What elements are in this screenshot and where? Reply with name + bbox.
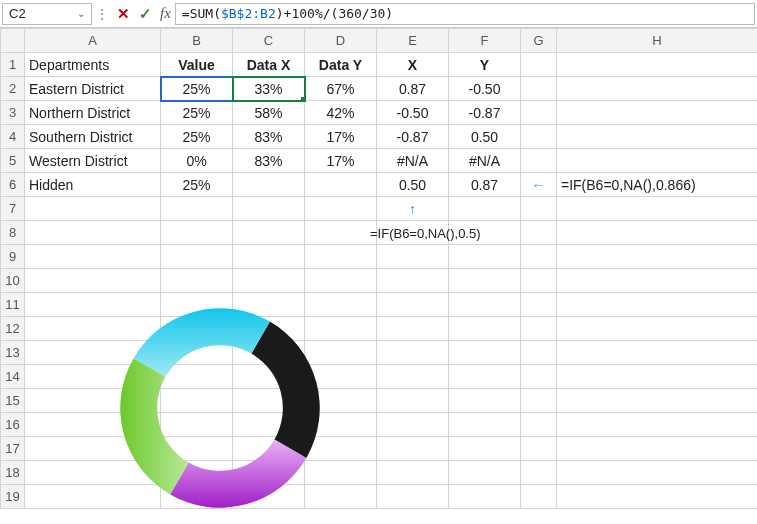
cell[interactable] (25, 245, 161, 269)
cell[interactable] (521, 149, 557, 173)
cell[interactable]: X (377, 53, 449, 77)
cell[interactable] (377, 485, 449, 509)
cell[interactable] (305, 197, 377, 221)
cell[interactable]: 58% (233, 101, 305, 125)
cell[interactable] (557, 485, 758, 509)
col-header-D[interactable]: D (305, 29, 377, 53)
cell[interactable] (521, 269, 557, 293)
cell[interactable]: 17% (305, 149, 377, 173)
cell[interactable] (161, 245, 233, 269)
cell[interactable]: -0.87 (449, 101, 521, 125)
cell[interactable] (377, 413, 449, 437)
cancel-formula-button[interactable]: ✕ (112, 5, 134, 23)
row-header[interactable]: 12 (1, 317, 25, 341)
cell[interactable] (233, 221, 305, 245)
cell[interactable] (557, 341, 758, 365)
cell[interactable] (449, 245, 521, 269)
row-header[interactable]: 6 (1, 173, 25, 197)
cell[interactable] (521, 413, 557, 437)
cell[interactable] (377, 221, 449, 245)
cell[interactable]: Eastern District (25, 77, 161, 101)
cell-referenced[interactable]: 25% (161, 77, 233, 101)
cell[interactable] (449, 437, 521, 461)
cell[interactable] (521, 461, 557, 485)
cell[interactable] (25, 197, 161, 221)
cell[interactable]: Value (161, 53, 233, 77)
cell[interactable]: Western District (25, 149, 161, 173)
cell[interactable] (449, 317, 521, 341)
cell[interactable] (449, 197, 521, 221)
cell[interactable] (521, 101, 557, 125)
cell[interactable] (521, 341, 557, 365)
cell[interactable]: 0.50 (449, 125, 521, 149)
cell[interactable]: Northern District (25, 101, 161, 125)
cell[interactable] (557, 317, 758, 341)
cell[interactable]: #N/A (377, 149, 449, 173)
cell[interactable]: -0.50 (449, 77, 521, 101)
cell[interactable] (557, 221, 758, 245)
row-header[interactable]: 11 (1, 293, 25, 317)
cell[interactable] (233, 197, 305, 221)
cell[interactable]: 83% (233, 149, 305, 173)
cell[interactable] (161, 269, 233, 293)
cell[interactable] (557, 53, 758, 77)
row-header[interactable]: 15 (1, 389, 25, 413)
fx-icon[interactable]: fx (156, 5, 175, 22)
cell[interactable] (449, 485, 521, 509)
cell[interactable] (377, 389, 449, 413)
cell[interactable] (557, 437, 758, 461)
row-header[interactable]: 13 (1, 341, 25, 365)
cell[interactable] (521, 293, 557, 317)
cell[interactable] (521, 197, 557, 221)
cell[interactable] (449, 389, 521, 413)
cell[interactable]: #N/A (449, 149, 521, 173)
cell[interactable] (521, 485, 557, 509)
fill-handle[interactable] (301, 97, 305, 101)
cell[interactable]: Data X (233, 53, 305, 77)
cell[interactable] (233, 269, 305, 293)
cell[interactable] (521, 365, 557, 389)
cell[interactable] (377, 365, 449, 389)
col-header-E[interactable]: E (377, 29, 449, 53)
col-header-H[interactable]: H (557, 29, 758, 53)
cell[interactable] (377, 461, 449, 485)
cell[interactable] (233, 245, 305, 269)
cell[interactable] (557, 413, 758, 437)
spreadsheet-grid[interactable]: A B C D E F G H 1 Departments Value Data… (0, 28, 757, 509)
cell[interactable]: 25% (161, 101, 233, 125)
donut-segment[interactable] (134, 308, 270, 376)
cell[interactable] (521, 437, 557, 461)
cell[interactable]: 0.50 (377, 173, 449, 197)
cell[interactable] (161, 221, 233, 245)
row-header[interactable]: 14 (1, 365, 25, 389)
cell[interactable]: 42% (305, 101, 377, 125)
cell[interactable] (521, 221, 557, 245)
formula-input[interactable]: =SUM($B$2:B2)+100%/(360/30) (175, 3, 755, 25)
name-box[interactable]: C2 ⌄ (2, 3, 92, 25)
cell[interactable] (305, 221, 377, 245)
cell[interactable] (521, 77, 557, 101)
row-header[interactable]: 5 (1, 149, 25, 173)
select-all-corner[interactable] (1, 29, 25, 53)
row-header[interactable]: 4 (1, 125, 25, 149)
cell[interactable]: =IF(B6=0,NA(),0.866) (557, 173, 758, 197)
cell[interactable] (521, 125, 557, 149)
cell[interactable]: 25% (161, 125, 233, 149)
row-header[interactable]: 2 (1, 77, 25, 101)
cell[interactable] (557, 77, 758, 101)
cell[interactable] (557, 461, 758, 485)
cell[interactable] (521, 389, 557, 413)
cell[interactable] (449, 413, 521, 437)
cell[interactable]: -0.50 (377, 101, 449, 125)
cell[interactable] (557, 365, 758, 389)
row-header[interactable]: 8 (1, 221, 25, 245)
cell[interactable]: Southern District (25, 125, 161, 149)
cell[interactable] (557, 293, 758, 317)
row-header[interactable]: 9 (1, 245, 25, 269)
row-header[interactable]: 3 (1, 101, 25, 125)
cell[interactable]: -0.87 (377, 125, 449, 149)
cell[interactable] (377, 269, 449, 293)
cell[interactable] (161, 197, 233, 221)
cell[interactable] (25, 221, 161, 245)
cell[interactable]: Y (449, 53, 521, 77)
